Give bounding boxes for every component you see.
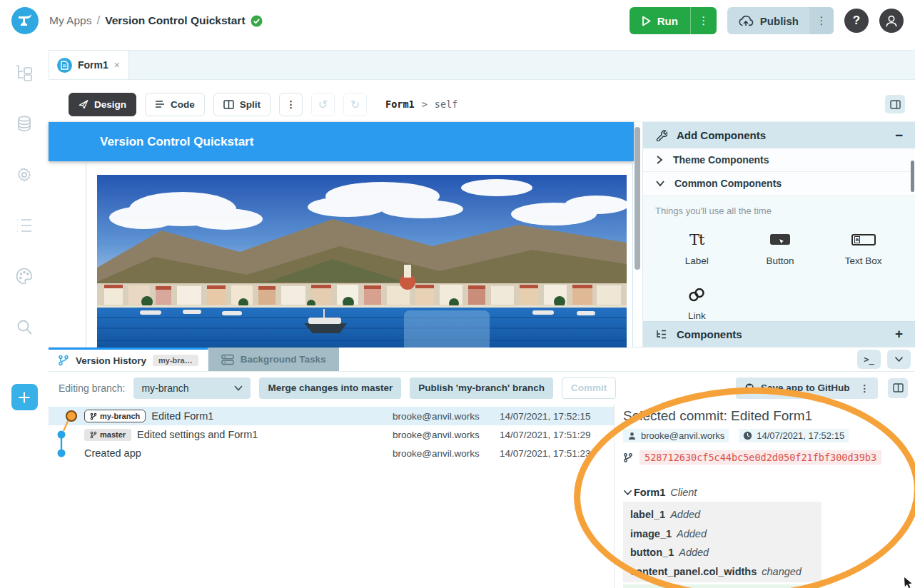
commit-row[interactable]: my-branch Edited Form1 brooke@anvil.work…	[49, 407, 614, 425]
commit-row[interactable]: master Edited settings and Form1 brooke@…	[49, 425, 614, 444]
collapse-panel-button[interactable]	[887, 350, 911, 369]
add-new-button[interactable]	[11, 384, 38, 410]
tab-label: Form1	[78, 59, 108, 71]
commit-button[interactable]: Commit	[562, 377, 616, 399]
canvas-scrollbar[interactable]	[635, 127, 640, 270]
left-sidebar	[0, 41, 49, 588]
commit-detail: Selected commit: Edited Form1 brooke@anv…	[614, 404, 915, 588]
design-icon	[79, 99, 89, 109]
merge-button[interactable]: Merge changes into master	[259, 377, 401, 399]
commit-message: Edited settings and Form1	[137, 429, 258, 440]
palette-item-link[interactable]: Link	[655, 283, 739, 321]
common-components-row[interactable]: Common Components	[643, 172, 915, 196]
branch-tag-master: master	[84, 429, 131, 441]
palette-item-label[interactable]: Tt Label	[655, 228, 739, 266]
editing-branch-label: Editing branch:	[59, 382, 125, 394]
person-icon	[627, 431, 637, 441]
publish-branch-button[interactable]: Publish 'my-branch' branch	[410, 377, 553, 399]
help-button[interactable]: ?	[844, 9, 869, 33]
outline-list-icon[interactable]	[14, 215, 35, 236]
change-row: image_1Added	[630, 524, 822, 544]
settings-icon[interactable]	[14, 164, 35, 186]
form-breadcrumb: Form1 > self	[385, 98, 458, 110]
undo-button[interactable]: ↺	[311, 93, 335, 116]
commit-row[interactable]: Created app brooke@anvil.works 14/07/202…	[49, 444, 614, 462]
anvil-logo-icon[interactable]	[11, 7, 39, 34]
chevron-right-icon	[655, 155, 664, 165]
commit-time: 14/07/2021, 17:52:15	[500, 411, 614, 422]
editor-toolbar: Design Code Split ⋮ ↺ ↻ Form1 > self	[49, 87, 915, 122]
collapse-icon[interactable]: −	[895, 128, 903, 143]
design-canvas: Version Control Quickstart	[49, 122, 642, 347]
breadcrumb-app-name[interactable]: Version Control Quickstart	[105, 14, 245, 27]
commit-author: brooke@anvil.works	[393, 448, 500, 459]
split-icon	[223, 100, 234, 109]
user-icon	[884, 13, 899, 29]
publish-button[interactable]: Publish ⋮	[727, 7, 834, 34]
tab-version-history[interactable]: Version History my-bra…	[49, 348, 208, 371]
redo-button[interactable]: ↻	[343, 93, 367, 116]
breadcrumb-my-apps[interactable]: My Apps	[49, 14, 91, 27]
change-row: content_panel.col_widthschanged	[630, 562, 822, 582]
changed-form-header[interactable]: Form1 Client	[623, 487, 915, 498]
form-breadcrumb-sep: >	[422, 98, 428, 110]
components-tree-header[interactable]: Components +	[643, 321, 915, 347]
form-body[interactable]	[49, 161, 634, 347]
run-button[interactable]: Run ⋮	[630, 7, 717, 34]
publish-more-button[interactable]: ⋮	[809, 7, 834, 34]
split-view-button[interactable]: Split	[213, 93, 271, 116]
commit-time: 14/07/2021, 17:51:29	[500, 430, 614, 440]
tab-background-tasks[interactable]: Background Tasks	[208, 348, 339, 371]
theme-palette-icon[interactable]	[14, 265, 35, 287]
app-browser-icon[interactable]	[14, 63, 35, 84]
column-guide-left	[86, 163, 86, 347]
commit-graph	[49, 404, 84, 468]
add-components-title: Add Components	[677, 129, 766, 141]
component-palette: Things you'll use all the time Tt Label	[643, 196, 915, 321]
account-button[interactable]	[879, 9, 904, 33]
wrench-icon	[655, 129, 667, 141]
textbox-icon: a	[851, 234, 876, 245]
background-tasks-icon	[221, 354, 234, 365]
save-to-github-button[interactable]: Save app to GitHub ⋮	[736, 377, 878, 399]
diff-added-line: + "{}"	[623, 584, 822, 588]
palette-item-button[interactable]: Button	[739, 228, 822, 266]
form-breadcrumb-form[interactable]: Form1	[385, 98, 415, 110]
image-component[interactable]	[97, 175, 627, 357]
code-view-button[interactable]: Code	[145, 93, 205, 116]
design-view-button[interactable]: Design	[69, 93, 136, 116]
code-icon	[155, 100, 165, 108]
column-guide-right	[632, 163, 633, 347]
layout-toggle-button[interactable]	[885, 95, 905, 113]
theme-components-row[interactable]: Theme Components	[643, 148, 915, 172]
expand-plus-icon[interactable]: +	[895, 326, 903, 342]
form-breadcrumb-self[interactable]: self	[435, 98, 458, 110]
github-icon	[744, 382, 755, 393]
commit-time-chip: 14/07/2021, 17:52:15	[739, 429, 849, 442]
github-more-icon[interactable]: ⋮	[860, 382, 870, 394]
tab-strip: Form1 ×	[49, 50, 915, 80]
bottom-tab-strip: Version History my-bra… Background Tasks…	[49, 348, 915, 372]
tab-close-icon[interactable]: ×	[114, 59, 120, 71]
commit-message: Edited Form1	[151, 410, 213, 422]
commit-author-chip: brooke@anvil.works	[623, 429, 729, 442]
change-row: button_1Added	[630, 543, 822, 562]
commit-message: Created app	[84, 447, 141, 459]
form-title-bar[interactable]: Version Control Quickstart	[49, 122, 634, 161]
data-tables-icon[interactable]	[14, 113, 35, 135]
components-tree-icon	[655, 329, 667, 340]
tab-form1[interactable]: Form1 ×	[49, 50, 129, 79]
commit-time: 14/07/2021, 17:51:23	[500, 448, 614, 459]
panel-scrollbar[interactable]	[911, 161, 914, 192]
history-layout-button[interactable]	[888, 378, 908, 398]
search-icon[interactable]	[14, 316, 35, 338]
add-components-header[interactable]: Add Components −	[643, 122, 915, 148]
palette-item-textbox[interactable]: a Text Box	[822, 228, 905, 266]
branch-select[interactable]: my-branch	[133, 377, 251, 399]
chevron-down-icon	[894, 356, 904, 363]
chevron-down-icon	[623, 489, 632, 496]
terminal-button[interactable]: >_	[857, 350, 881, 369]
toolbar-more-button[interactable]: ⋮	[279, 93, 303, 116]
run-more-button[interactable]: ⋮	[690, 7, 717, 34]
anvil-ide: My Apps / Version Control Quickstart Run…	[0, 0, 915, 588]
